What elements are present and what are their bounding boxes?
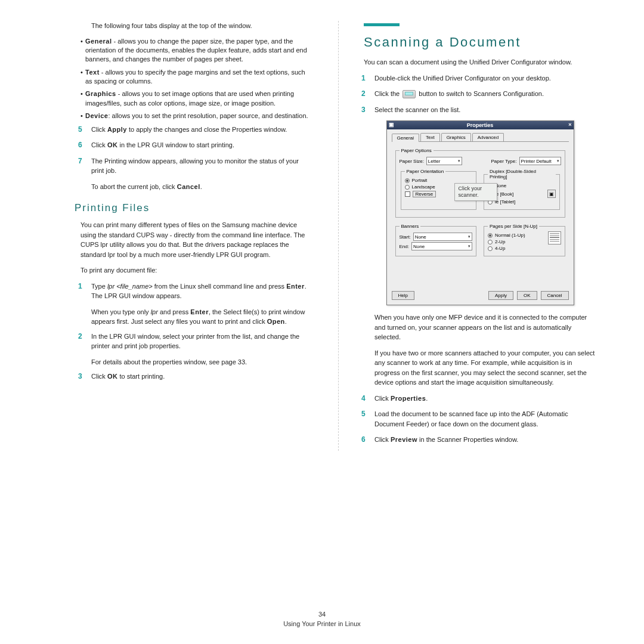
pf-para2: To print any document file: (80, 265, 313, 275)
banners-group: Banners Start:None▾ End:None▾ (395, 224, 477, 256)
paper-size-select[interactable]: Letter▾ (426, 157, 462, 165)
column-divider (338, 21, 339, 451)
radio-duplex-none[interactable]: None (488, 183, 556, 188)
scan-step-6: 6Click Preview in the Scanner Properties… (364, 435, 596, 445)
scan-after-2: If you have two or more scanners attache… (374, 348, 596, 388)
paper-type-select[interactable]: Printer Default▾ (519, 157, 561, 165)
pf-para1: You can print many different types of fi… (80, 220, 313, 259)
window-titlebar[interactable]: ▣ Properties × (387, 121, 574, 129)
cancel-button[interactable]: Cancel (541, 291, 569, 300)
tab-desc-text: Text - allows you to specify the page ma… (80, 68, 313, 86)
scan-after-1: When you have only one MFP device and it… (374, 312, 596, 342)
pf-step-3: 3Click OK to start printing. (80, 371, 313, 382)
banner-start-select[interactable]: None▾ (413, 233, 472, 241)
radio-duplex-tablet[interactable]: ie [Tablet] (488, 199, 556, 205)
scan-step-4: 4Click Properties. (364, 394, 596, 404)
radio-portrait[interactable]: Portrait (405, 178, 473, 183)
radio-duplex-book[interactable]: ie [Book]▣ (488, 190, 556, 198)
scan-step-5: 5Load the document to be scanned face up… (364, 409, 596, 429)
pf-step-2-sub: For details about the properties window,… (91, 357, 313, 367)
title-scanning: Scanning a Document (364, 35, 596, 50)
banner-end-select[interactable]: None▾ (411, 242, 472, 250)
page-number: 34 (0, 611, 644, 618)
banners-legend: Banners (400, 224, 421, 229)
scan-step-2: 2Click the button to switch to Scanners … (364, 89, 596, 99)
tab-desc-graphics: Graphics - allows you to set image optio… (80, 89, 313, 108)
callout-box: Click your scanner. (454, 183, 497, 201)
pf-step-1: 1 Type lpr <file_name> from the Linux sh… (80, 281, 313, 301)
step-5: 5Click Apply to apply the changes and cl… (80, 125, 313, 135)
paper-options-legend: Paper Options (400, 148, 434, 153)
section-printing-files: Printing Files (75, 202, 313, 214)
properties-window: ▣ Properties × General Text Graphics Adv… (386, 120, 574, 305)
footer-text: Using Your Printer in Linux (0, 620, 644, 627)
paper-size-label: Paper Size: (400, 159, 424, 164)
pf-step-1-sub: When you type only lpr and press Enter, … (91, 307, 313, 327)
scanner-icon (402, 90, 416, 98)
tab-advanced[interactable]: Advanced (472, 133, 504, 141)
duplex-legend: Duplex [Double-Sided Printing] (488, 169, 556, 179)
step-6: 6Click OK in the LPR GUI window to start… (80, 140, 313, 150)
tab-graphics[interactable]: Graphics (441, 133, 471, 141)
accent-bar (364, 23, 400, 26)
paper-options-group: Paper Options Paper Size: Letter▾ Paper … (395, 148, 565, 218)
window-title: Properties (467, 122, 494, 128)
intro-text: The following four tabs display at the t… (91, 21, 313, 31)
page-footer: 34 Using Your Printer in Linux (0, 611, 644, 627)
window-icon: ▣ (389, 122, 394, 128)
paper-type-label: Paper Type: (491, 159, 517, 164)
step-7: 7The Printing window appears, allowing y… (80, 156, 313, 176)
radio-normal[interactable]: Normal (1-Up) (488, 233, 544, 238)
nup-preview-icon (548, 231, 561, 244)
banner-end-label: End: (400, 244, 409, 249)
tab-desc-general: General - allows you to change the paper… (80, 37, 313, 64)
help-button[interactable]: Help (392, 291, 414, 300)
close-icon[interactable]: × (568, 122, 571, 128)
flip-icon[interactable]: ▣ (547, 190, 556, 198)
pps-legend: Pages per Side [N-Up] (488, 224, 539, 229)
abort-note: To abort the current job, click Cancel. (91, 182, 313, 192)
scan-intro: You can scan a document using the Unifie… (364, 57, 596, 67)
pps-group: Pages per Side [N-Up] Normal (1-Up) 2-Up… (484, 224, 565, 256)
pf-step-2: 2In the LPR GUI window, select your prin… (80, 332, 313, 351)
banner-start-label: Start: (400, 234, 411, 240)
scan-step-3: 3Select the scanner on the list. (364, 105, 596, 115)
scan-step-1: 1Double-click the Unified Driver Configu… (364, 73, 596, 83)
apply-button[interactable]: Apply (488, 291, 513, 300)
tab-general[interactable]: General (392, 134, 419, 142)
tab-desc-device: Device: allows you to set the print reso… (80, 112, 313, 120)
ok-button[interactable]: OK (517, 291, 537, 300)
orientation-legend: Paper Orientation (405, 169, 446, 174)
radio-4up[interactable]: 4-Up (488, 246, 544, 251)
tab-text[interactable]: Text (420, 133, 440, 141)
radio-2up[interactable]: 2-Up (488, 239, 544, 244)
